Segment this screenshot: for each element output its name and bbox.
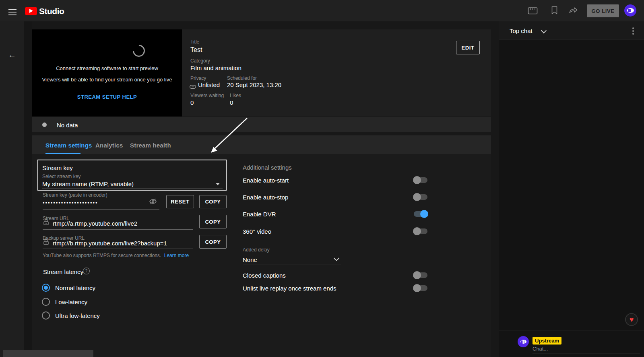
lock-icon: [43, 239, 49, 247]
no-data-dot-icon: [42, 122, 47, 127]
viewers-waiting-label: Viewers waiting: [190, 93, 224, 98]
scheduled-value: 20 Sept 2023, 13:20: [227, 82, 281, 89]
stream-preview-panel: Connect streaming software to start prev…: [32, 29, 182, 116]
radio-normal-latency[interactable]: [42, 284, 50, 292]
top-bar: Studio GO LIVE: [0, 0, 644, 21]
likes-label: Likes: [230, 93, 241, 98]
no-data-text: No data: [57, 122, 78, 129]
stream-info-panel: Title Test EDIT Category Film and animat…: [182, 29, 491, 116]
brand-title: Studio: [39, 6, 64, 16]
category-value: Film and animation: [190, 65, 242, 72]
scheduled-label: Scheduled for: [227, 76, 257, 81]
chat-input-underline: [533, 353, 640, 353]
left-rail: ←: [0, 21, 24, 357]
toggle-auto-start[interactable]: [414, 177, 427, 183]
edit-button[interactable]: EDIT: [456, 41, 480, 54]
video-editor-icon[interactable]: [528, 6, 538, 17]
copy-stream-url-button[interactable]: COPY: [199, 215, 227, 228]
stream-key-select[interactable]: My stream name (RTMP, variable): [42, 181, 134, 188]
radio-ultra-low-latency-label: Ultra low-latency: [55, 313, 100, 320]
stream-key-heading: Stream key: [42, 165, 73, 172]
stream-key-underline: [43, 209, 159, 210]
toggle-auto-stop-label: Enable auto-stop: [243, 194, 288, 201]
channel-eye-icon: [627, 8, 634, 13]
stream-url-value: rtmp://a.rtmp.youtube.com/live2: [53, 220, 137, 227]
added-delay-select[interactable]: None: [243, 257, 257, 264]
youtube-play-icon: [25, 7, 37, 15]
go-live-button[interactable]: GO LIVE: [587, 4, 619, 17]
stream-key-card: Stream key Select stream key My stream n…: [37, 160, 227, 191]
chat-user-avatar: [518, 336, 529, 347]
added-delay-label: Added delay: [243, 247, 270, 253]
menu-icon[interactable]: [8, 7, 17, 17]
preview-connect-text: Connect streaming software to start prev…: [32, 65, 182, 71]
chat-heart-button[interactable]: ♥: [625, 313, 638, 326]
title-label: Title: [190, 39, 199, 45]
heart-icon: ♥: [630, 316, 634, 323]
toggle-360-video-label: 360° video: [243, 228, 271, 235]
toggle-unlist-replay[interactable]: [414, 285, 427, 291]
channel-eye-icon: [520, 340, 526, 344]
copy-stream-key-button[interactable]: COPY: [199, 195, 227, 208]
kebab-menu-icon[interactable]: [632, 26, 634, 36]
rail-shadow-strip: [24, 21, 32, 357]
radio-low-latency[interactable]: [42, 298, 50, 306]
link-icon: [190, 83, 196, 90]
toggle-auto-stop[interactable]: [414, 194, 427, 200]
backup-url-value: rtmp://b.rtmp.youtube.com/live2?backup=1: [53, 240, 167, 247]
back-icon[interactable]: ←: [8, 50, 16, 60]
stream-key-masked-value: •••••••••••••••••••••: [43, 200, 98, 206]
stream-title: Test: [190, 46, 202, 54]
select-underline: [42, 189, 223, 189]
chat-input-divider: [499, 330, 644, 330]
privacy-label: Privacy: [190, 76, 206, 81]
additional-settings-heading: Additional settings: [243, 164, 292, 171]
tab-stream-settings[interactable]: Stream settings: [45, 142, 92, 149]
backup-url-underline: [43, 249, 193, 249]
live-chat-sidebar: Top chat ♥ Upstream Chat...: [499, 21, 644, 357]
bookmark-icon[interactable]: [551, 6, 558, 17]
privacy-value: Unlisted: [198, 82, 220, 89]
radio-ultra-low-latency[interactable]: [42, 311, 50, 320]
toggle-unlist-replay-label: Unlist live replay once stream ends: [243, 285, 336, 292]
toggle-closed-captions-label: Closed captions: [243, 272, 286, 279]
account-avatar[interactable]: [624, 4, 636, 17]
category-label: Category: [190, 58, 210, 64]
copy-backup-url-button[interactable]: COPY: [199, 235, 227, 249]
reset-button[interactable]: RESET: [166, 195, 194, 208]
eye-off-icon[interactable]: [149, 198, 157, 206]
likes-value: 0: [230, 100, 233, 106]
chat-header: Top chat: [499, 21, 644, 39]
viewers-waiting-value: 0: [190, 100, 194, 106]
rtmps-note: YouTube also supports RTMPS for secure c…: [43, 253, 189, 258]
tab-stream-health[interactable]: Stream health: [130, 142, 171, 149]
stream-key-field-label: Stream key (paste in encoder): [43, 193, 107, 198]
chat-author-badge: Upstream: [533, 337, 561, 345]
youtube-studio-livestream-page: Studio GO LIVE ←: [0, 0, 644, 357]
toggle-closed-captions[interactable]: [414, 272, 427, 278]
toggle-enable-dvr-label: Enable DVR: [243, 211, 276, 218]
learn-more-link[interactable]: Learn more: [164, 253, 189, 258]
help-icon[interactable]: ?: [83, 268, 90, 274]
settings-tab-bar: Stream settings Analytics Stream health: [32, 135, 491, 154]
status-bar: [3, 350, 93, 357]
toggle-auto-start-label: Enable auto-start: [243, 177, 289, 184]
toggle-enable-dvr[interactable]: [414, 211, 427, 217]
caret-down-icon[interactable]: [216, 183, 220, 185]
top-chat-dropdown[interactable]: Top chat: [510, 28, 533, 35]
stream-status-bar: No data: [32, 117, 491, 132]
rtmps-note-text: YouTube also supports RTMPS for secure c…: [43, 253, 161, 258]
tab-analytics[interactable]: Analytics: [95, 142, 123, 149]
added-delay-underline: [243, 264, 341, 264]
select-stream-key-label: Select stream key: [42, 174, 80, 179]
chevron-down-icon[interactable]: [541, 28, 547, 33]
chat-input[interactable]: Chat...: [533, 346, 548, 352]
radio-low-latency-label: Low-latency: [55, 299, 87, 306]
spinner-icon: [130, 42, 147, 59]
stream-latency-heading: Stream latency: [43, 269, 83, 276]
radio-normal-latency-label: Normal latency: [55, 285, 95, 292]
toggle-360-video[interactable]: [414, 228, 427, 234]
stream-url-underline: [43, 229, 193, 230]
stream-setup-help-link[interactable]: STREAM SETUP HELP: [32, 94, 182, 100]
share-icon[interactable]: [569, 6, 578, 16]
